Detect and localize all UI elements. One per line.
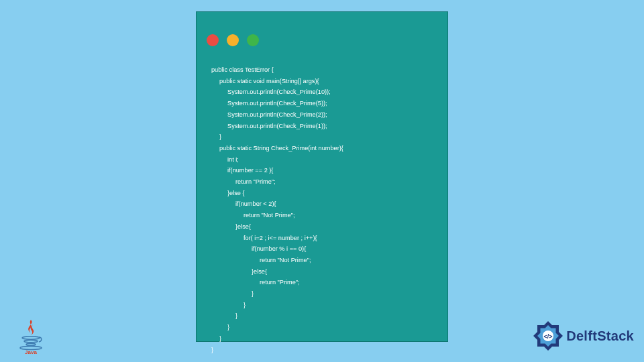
- code-line: return "Prime";: [211, 277, 433, 288]
- traffic-lights: [207, 34, 259, 46]
- code-line: System.out.println(Check_Prime(10));: [211, 86, 433, 98]
- code-line: for( i=2 ; i<= number ; i++){: [211, 233, 433, 244]
- code-line: if(number < 2){: [211, 198, 433, 210]
- delftstack-text: DelftStack: [566, 328, 634, 344]
- code-line: }: [211, 131, 433, 143]
- code-line: System.out.println(Check_Prime(1));: [211, 121, 433, 132]
- code-line: }: [211, 345, 433, 356]
- delftstack-logo: </> DelftStack: [531, 319, 634, 353]
- code-line: System.out.println(Check_Prime(5));: [211, 98, 433, 109]
- svg-point-1: [24, 340, 38, 343]
- svg-text:</>: </>: [544, 333, 553, 340]
- code-line: }: [211, 333, 433, 345]
- code-line: }else{: [211, 221, 433, 233]
- code-line: }: [211, 300, 433, 311]
- svg-point-2: [26, 343, 36, 345]
- java-logo: Java: [17, 317, 45, 355]
- svg-point-0: [22, 337, 40, 339]
- code-line: public class TestError {: [211, 64, 433, 76]
- code-line: }: [211, 310, 433, 322]
- maximize-icon: [247, 34, 259, 46]
- code-line: if(number == 2 ){: [211, 165, 433, 176]
- code-line: }else{: [211, 266, 433, 278]
- code-line: return "Prime";: [211, 176, 433, 188]
- code-line: }else {: [211, 188, 433, 199]
- close-icon: [207, 34, 219, 46]
- code-window: public class TestError {public static vo…: [196, 11, 448, 342]
- svg-text:Java: Java: [25, 349, 37, 355]
- delftstack-badge-icon: </>: [531, 319, 565, 353]
- code-block: public class TestError {public static vo…: [211, 64, 433, 355]
- code-line: System.out.println(Check_Prime(2));: [211, 109, 433, 121]
- code-line: return "Not Prime";: [211, 210, 433, 221]
- code-line: }: [211, 322, 433, 333]
- minimize-icon: [227, 34, 239, 46]
- code-line: int i;: [211, 154, 433, 166]
- code-line: }: [211, 288, 433, 300]
- code-line: if(number % i == 0){: [211, 243, 433, 255]
- code-line: public static void main(String[] args){: [211, 76, 433, 87]
- code-line: public static String Check_Prime(int num…: [211, 143, 433, 154]
- code-line: return "Not Prime";: [211, 255, 433, 266]
